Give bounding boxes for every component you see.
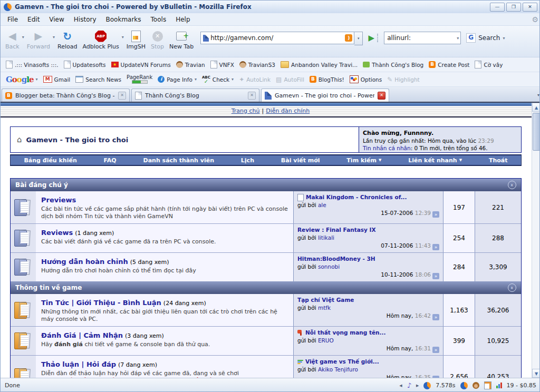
spellcheck-button[interactable]: ABC✓Check▾: [199, 75, 236, 84]
scrollbar-thumb[interactable]: [533, 113, 540, 151]
bookmark-updatesofts[interactable]: Updatesofts: [61, 60, 109, 70]
forum-link[interactable]: Hướng dẫn hoàn chỉnh: [41, 258, 128, 266]
toolbar-splitter[interactable]: [377, 34, 381, 42]
goto-post-icon[interactable]: »: [432, 244, 439, 250]
highlight-button[interactable]: ✎Highlight: [384, 75, 422, 84]
spellcheck-dropdown[interactable]: ▾: [232, 77, 234, 82]
blogthis-button[interactable]: BBlogThis!: [307, 75, 347, 84]
google-logo-dropdown[interactable]: ▾: [36, 77, 38, 82]
search-news-button[interactable]: Search News: [73, 75, 124, 84]
goto-post-icon[interactable]: »: [432, 211, 439, 218]
last-post-link[interactable]: Việt game vs Thế giới...: [305, 358, 379, 366]
last-post-link[interactable]: Tạp chí Việt Game: [297, 296, 354, 304]
url-history-dropdown[interactable]: ▾: [354, 32, 363, 45]
menu-bookmarks[interactable]: Bookmarks: [101, 14, 146, 25]
page-info-dropdown[interactable]: ▾: [195, 77, 197, 82]
close-button[interactable]: ✕: [523, 3, 537, 12]
tab-list-dropdown[interactable]: ▾: [537, 93, 539, 97]
pagerank-indicator[interactable]: PageRank: [124, 74, 155, 85]
nav-new-posts[interactable]: Bài viết mới: [281, 157, 320, 164]
tab-thanhcong-blog[interactable]: Thành Công's Blog ✕: [131, 89, 259, 102]
menu-file[interactable]: File: [3, 14, 23, 25]
tab-close-icon[interactable]: ✕: [118, 92, 126, 100]
reload-button[interactable]: ↻ Reload: [55, 28, 80, 51]
author-link[interactable]: ale: [318, 202, 326, 208]
adsense-chart-icon[interactable]: [496, 383, 502, 388]
url-bar[interactable]: ): [200, 32, 354, 44]
nav-memberlist[interactable]: Danh sách thành viên: [143, 157, 214, 164]
nav-usercp[interactable]: Bảng điều khiển: [24, 157, 76, 164]
link-forum-index[interactable]: Diễn đàn chính: [266, 107, 310, 114]
author-link[interactable]: ERUO: [318, 337, 334, 344]
page-info-button[interactable]: iPage Info▾: [155, 75, 199, 84]
autofill-button[interactable]: ▤AutoFill: [273, 75, 307, 84]
collapse-icon[interactable]: «: [508, 283, 516, 292]
goto-post-icon[interactable]: »: [432, 314, 439, 320]
minimize-button[interactable]: —: [490, 3, 505, 12]
gear-icon[interactable]: ⚙: [532, 15, 538, 24]
nav-calendar[interactable]: Lịch: [241, 157, 254, 164]
bookmark-vinasofts[interactable]: .::: Vinasofts :::.: [3, 60, 61, 70]
last-post-link[interactable]: Nỗi thất vọng mang tên...: [305, 329, 385, 337]
last-post-link[interactable]: Makai Kingdom - Chronicles of...: [306, 193, 407, 201]
goto-post-icon[interactable]: »: [432, 273, 439, 279]
nav-logout[interactable]: Thoát: [489, 157, 508, 164]
fasterfox-icon[interactable]: [423, 382, 431, 389]
forum-link[interactable]: Reviews: [41, 229, 73, 237]
adblock-button[interactable]: ABP Adblock Plus: [80, 28, 121, 51]
autolink-button[interactable]: ✦AutoLink: [236, 75, 273, 84]
scroll-up-icon[interactable]: ▲: [532, 103, 540, 112]
author-link[interactable]: sonnobi: [318, 263, 340, 270]
tab-close-icon[interactable]: ✕: [378, 92, 385, 100]
bookmark-folder-anbandon[interactable]: Anbandon Valley Travi...: [278, 60, 360, 69]
bookmark-updatevn[interactable]: ★UpdateVN Forums: [109, 61, 173, 69]
tab-blogger[interactable]: B Blogger beta: Thành Công's Blog - Crea…: [2, 89, 130, 102]
bookmark-covay[interactable]: Cờ vây: [472, 60, 505, 70]
google-search-button[interactable]: G Search ▾: [466, 33, 505, 43]
bookmark-travian[interactable]: Travian: [173, 60, 208, 69]
bookmark-vnfx[interactable]: VNFX: [208, 60, 237, 70]
private-messages-link[interactable]: Tin nhắn cá nhân: [363, 145, 411, 151]
options-button[interactable]: Options: [347, 74, 385, 84]
next-track-icon[interactable]: ▶: [416, 384, 419, 388]
greasemonkey-icon[interactable]: [472, 382, 479, 389]
collapse-icon[interactable]: «: [508, 181, 516, 189]
search-input[interactable]: [386, 34, 457, 42]
link-home[interactable]: Trang chủ: [232, 107, 260, 114]
last-post-link[interactable]: Review : Final Fantasy IX: [297, 226, 376, 234]
google-logo-menu[interactable]: Google ▾: [3, 74, 41, 85]
search-bar[interactable]: ▾: [384, 32, 461, 44]
menu-tools[interactable]: Tools: [146, 14, 171, 25]
search-dropdown[interactable]: ▾: [457, 36, 459, 41]
rss-icon[interactable]: ): [345, 34, 352, 42]
goto-post-icon[interactable]: »: [432, 347, 439, 353]
bookmark-travians3[interactable]: TravianS3: [237, 60, 278, 69]
bookmark-thanhcong-blog[interactable]: Thành Công's Blog: [360, 61, 426, 69]
menu-edit[interactable]: Edit: [23, 14, 44, 25]
forum-link[interactable]: Đánh Giá | Cảm Nhận: [41, 331, 123, 339]
last-post-link[interactable]: Hitman:BloodMoney - 3H: [297, 255, 375, 263]
new-tab-button[interactable]: New Tab: [167, 28, 196, 51]
nav-faq[interactable]: FAQ: [104, 157, 117, 164]
url-input[interactable]: [209, 34, 345, 42]
imgsh-button[interactable]: ImgSH: [124, 28, 148, 51]
forum-link[interactable]: Thảo luận | Hỏi đáp: [41, 360, 116, 368]
menu-history[interactable]: History: [69, 14, 101, 25]
bookmark-create-post[interactable]: BCreate Post: [426, 60, 472, 69]
author-link[interactable]: litikali: [318, 234, 334, 241]
prev-track-icon[interactable]: ◀: [399, 384, 402, 388]
go-button[interactable]: ▶: [365, 32, 377, 44]
forum-link[interactable]: Tin Tức | Giới Thiệu - Bình Luận: [41, 299, 161, 307]
gmail-button[interactable]: MGmail: [41, 75, 73, 84]
stop-button[interactable]: ✕ Stop: [148, 28, 167, 51]
maximize-button[interactable]: ❐: [506, 3, 521, 12]
menu-help[interactable]: Help: [171, 14, 195, 25]
music-note-icon[interactable]: ♪: [407, 381, 411, 389]
nav-quick-links[interactable]: Liên kết nhanh▼: [408, 157, 462, 164]
forward-button[interactable]: ▶ Forward: [24, 28, 53, 51]
extension-icon[interactable]: [484, 381, 491, 389]
nav-search[interactable]: Tìm kiếm▼: [346, 157, 381, 164]
forum-link[interactable]: Previews: [41, 196, 76, 204]
author-link[interactable]: Akiko Tenjifuro: [318, 366, 358, 373]
firefox-icon[interactable]: [460, 382, 468, 389]
